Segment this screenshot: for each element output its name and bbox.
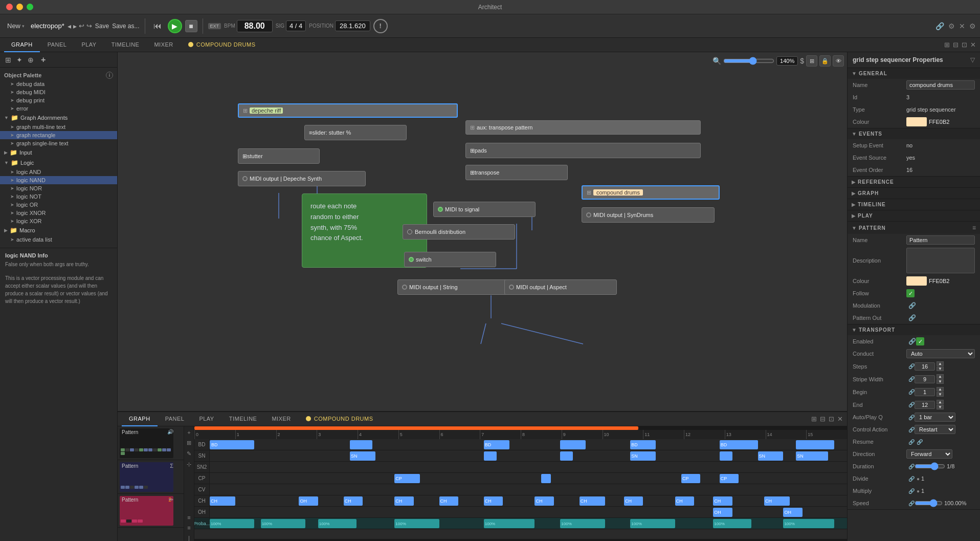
- window-icon[interactable]: ⊞: [944, 41, 950, 49]
- bd-block-4[interactable]: [560, 440, 586, 449]
- node-stutter[interactable]: ⊞ stutter: [238, 148, 320, 164]
- conduct-select[interactable]: Auto: [906, 349, 975, 358]
- cp-block-3[interactable]: CP: [681, 474, 700, 483]
- link-icon[interactable]: 🔗: [936, 22, 944, 30]
- palette-item-logic-nand[interactable]: ➤ logic NAND: [0, 176, 117, 184]
- alert-button[interactable]: !: [373, 19, 388, 33]
- close-tab-icon[interactable]: ✕: [970, 41, 976, 49]
- end-up[interactable]: ▲: [937, 400, 944, 404]
- bd-block-3[interactable]: BD: [484, 440, 509, 449]
- ch-block-9[interactable]: CH: [675, 496, 694, 506]
- prop-section-graph-header[interactable]: ▶ GRAPH: [848, 188, 980, 199]
- sn-block-7[interactable]: SN: [796, 451, 828, 461]
- layout-icon[interactable]: ⊡: [962, 41, 967, 49]
- prob-block-2[interactable]: 100%: [261, 519, 305, 528]
- oh-block-2[interactable]: OH: [783, 508, 802, 517]
- bd-block-1[interactable]: BD: [210, 440, 254, 449]
- palette-item-graph-rect[interactable]: ➤ graph rectangle: [0, 131, 117, 139]
- ch-block-oh[interactable]: OH: [299, 496, 318, 506]
- seq-pattern-2[interactable]: Pattern Σ: [118, 460, 184, 494]
- node-slider-stutter[interactable]: ≡ slider: stutter %: [304, 125, 407, 140]
- seq-row-content-bd[interactable]: BD BD BD BD: [210, 439, 847, 450]
- draw-icon[interactable]: ✎: [186, 449, 192, 458]
- end-val[interactable]: 12: [915, 401, 935, 409]
- begin-link-icon[interactable]: 🔗: [908, 389, 915, 395]
- seq-row-content-oh[interactable]: OH OH: [210, 507, 847, 517]
- steps-val[interactable]: 16: [915, 362, 935, 371]
- sn-block-5[interactable]: [720, 451, 732, 461]
- oh-block-1[interactable]: OH: [713, 508, 732, 517]
- pattern-menu-icon[interactable]: ≡: [972, 224, 976, 231]
- prob-block-9[interactable]: 100%: [783, 519, 834, 528]
- node-aux-transpose[interactable]: ⊞ aux: transpose pattern: [465, 120, 701, 135]
- ch-block-3[interactable]: CH: [394, 496, 413, 506]
- multiply-link-icon[interactable]: 🔗: [908, 488, 915, 494]
- sig-value[interactable]: 4 / 4: [286, 20, 306, 31]
- prob-block-4[interactable]: 100%: [394, 519, 439, 528]
- ch-block-7[interactable]: CH: [580, 496, 605, 506]
- palette-item-logic-and[interactable]: ➤ logic AND: [0, 168, 117, 176]
- nav-back-icon[interactable]: ◂: [68, 22, 71, 30]
- end-down[interactable]: ▼: [937, 405, 944, 409]
- ch-block-1[interactable]: CH: [210, 496, 235, 506]
- tab-timeline[interactable]: TIMELINE: [104, 38, 147, 52]
- ctrlaction-link-icon[interactable]: 🔗: [908, 427, 915, 432]
- node-midi-out-depeche[interactable]: MIDI output | Depeche Synth: [238, 171, 366, 186]
- palette-item-logic-nor[interactable]: ➤ logic NOR: [0, 184, 117, 192]
- add-row-icon[interactable]: +: [186, 428, 191, 437]
- undo-icon[interactable]: ↩: [79, 22, 84, 30]
- duration-slider[interactable]: [915, 462, 945, 470]
- zoom-out-icon[interactable]: 🔍: [712, 57, 721, 65]
- seq-tab-timeline[interactable]: TIMELINE: [222, 412, 264, 426]
- tab-play[interactable]: PLAY: [74, 38, 103, 52]
- speed-link-icon[interactable]: 🔗: [908, 501, 915, 506]
- end-link-icon[interactable]: 🔗: [908, 402, 915, 407]
- prop-input-pname[interactable]: [906, 235, 975, 245]
- sn-block-6[interactable]: SN: [758, 451, 784, 461]
- redo-icon[interactable]: ↪: [86, 22, 92, 30]
- minimize-button[interactable]: [16, 4, 23, 10]
- begin-val[interactable]: 1: [915, 388, 935, 396]
- autoplayq-link-icon[interactable]: 🔗: [908, 415, 915, 420]
- cp-block-1[interactable]: CP: [394, 474, 420, 483]
- save-button[interactable]: Save: [95, 23, 109, 30]
- resume-check-icon[interactable]: 🔗: [917, 439, 923, 445]
- rewind-button[interactable]: ⏮: [150, 19, 165, 33]
- seq-grid[interactable]: 0 1 2 3 4 5 6 7 8 9 10 11 12: [194, 426, 847, 541]
- seq-row-content-cp[interactable]: CP CP CP: [210, 473, 847, 484]
- seq-window-icon[interactable]: ⊞: [811, 415, 817, 423]
- prop-section-play-header[interactable]: ▶ PLAY: [848, 210, 980, 221]
- align-icon[interactable]: ≡: [186, 513, 191, 522]
- sn-block-3[interactable]: [560, 451, 573, 461]
- bd-block-6[interactable]: BD: [720, 440, 758, 449]
- stripe-val[interactable]: 9: [915, 375, 935, 383]
- node-depeche-riff[interactable]: ⊞ depeche riff: [238, 103, 458, 118]
- prob-block-8[interactable]: 100%: [713, 519, 751, 528]
- node-transpose[interactable]: ⊞ transpose: [465, 165, 568, 180]
- info-button[interactable]: i: [106, 72, 113, 79]
- seq-split-icon[interactable]: ⊟: [820, 415, 826, 423]
- patternout-icon[interactable]: 🔗: [908, 314, 916, 321]
- stripe-down[interactable]: ▼: [937, 379, 944, 384]
- group-macro[interactable]: ▶ 📁 Macro: [0, 225, 117, 235]
- pattern-color-swatch[interactable]: [906, 276, 927, 286]
- palette-item-multi-text[interactable]: ➤ graph multi-line text: [0, 123, 117, 131]
- cp-block-4[interactable]: CP: [720, 474, 739, 483]
- palette-item-logic-xor[interactable]: ➤ logic XOR: [0, 217, 117, 225]
- seq-hscroll[interactable]: [194, 539, 847, 541]
- begin-down[interactable]: ▼: [937, 392, 944, 397]
- seq-row-content-ch[interactable]: CH OH CH CH CH CH CH CH CH CH CH: [210, 495, 847, 506]
- prop-input-pdesc[interactable]: [906, 248, 975, 273]
- piano-icon[interactable]: |: [187, 534, 191, 541]
- graph-area[interactable]: 🔍 140% $ ⊞ 🔒 👁: [118, 52, 847, 411]
- ch-block-8[interactable]: CH: [624, 496, 643, 506]
- node-midi-to-signal[interactable]: MIDI to signal: [433, 202, 536, 217]
- begin-up[interactable]: ▲: [937, 387, 944, 392]
- direction-select[interactable]: Forward: [906, 449, 952, 459]
- stripe-up[interactable]: ▲: [937, 374, 944, 379]
- tab-mixer[interactable]: MIXER: [147, 38, 180, 52]
- palette-item-logic-not[interactable]: ➤ logic NOT: [0, 192, 117, 201]
- palette-item-debug-data[interactable]: ➤ debug data: [0, 80, 117, 88]
- sn-block-1[interactable]: SN: [350, 451, 375, 461]
- prop-section-events-header[interactable]: ▼ EVENTS: [848, 128, 980, 139]
